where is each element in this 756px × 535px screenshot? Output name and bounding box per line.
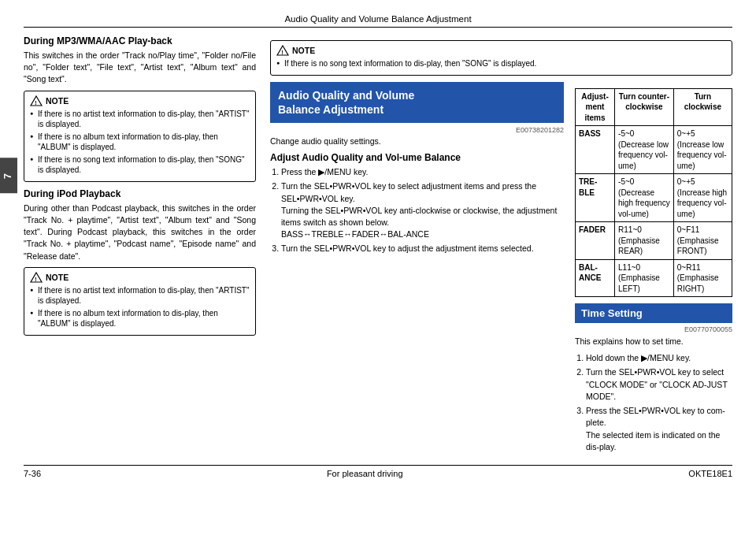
time-step-2: Turn the SEL•PWR•VOL key to select "CLOC… [586, 366, 732, 403]
note-box-2: ! NOTE If there is no artist text inform… [24, 267, 256, 336]
note1-icon: ! [30, 95, 43, 106]
svg-text:!: ! [281, 50, 283, 55]
note1-list: If there is no artist text information t… [30, 109, 250, 176]
note2-item-1: If there is no artist text information t… [30, 285, 250, 307]
page-footer: 7-36 For pleasant driving OKTE18E1 [24, 465, 732, 478]
row-balance-cw: 0~R11 (Emphasise RIGHT) [673, 259, 732, 297]
right-table-area: Adjust-ment items Turn counter-clockwise… [575, 82, 732, 455]
note1-item-1: If there is no artist text information t… [30, 109, 250, 130]
note1-label: NOTE [46, 96, 69, 106]
svg-text:!: ! [35, 99, 36, 105]
chapter-tab: 7 [0, 158, 17, 193]
col-header-cw: Turn clockwise [673, 88, 732, 126]
time-setting-header: Time Setting [575, 303, 732, 323]
col-header-item: Adjust-ment items [576, 88, 615, 126]
row-balance-item: BAL-ANCE [576, 259, 615, 297]
row-fader-cw: 0~F11 (Emphasise FRONT) [673, 222, 732, 260]
page: Audio Quality and Volume Balance Adjustm… [0, 0, 756, 535]
right-code-ref: E00738201282 [270, 126, 564, 134]
svg-text:!: ! [35, 276, 36, 281]
time-setting-intro: This explains how to set time. [575, 336, 732, 347]
right-note-item-1: If there is no song text information to … [276, 58, 726, 69]
right-note-list: If there is no song text information to … [276, 58, 726, 69]
right-intro: Change audio quality settings. [270, 136, 564, 147]
row-treble-item: TRE-BLE [576, 174, 615, 222]
right-note-icon: ! [276, 45, 289, 56]
note2-list: If there is no artist text information t… [30, 285, 250, 329]
time-code-ref: E00770700055 [575, 325, 732, 333]
time-step-3: Press the SEL•PWR•VOL key to com-plete. … [586, 405, 732, 453]
footer-right: OKTE18E1 [688, 469, 732, 478]
page-header: Audio Quality and Volume Balance Adjustm… [24, 14, 732, 28]
left-column: During MP3/WMA/AAC Play-back This switch… [24, 35, 256, 455]
content-area: During MP3/WMA/AAC Play-back This switch… [24, 35, 732, 455]
main-right-content: Audio Quality and Volume Balance Adjustm… [270, 82, 732, 455]
row-bass-item: BASS [576, 126, 615, 174]
right-note-label: NOTE [292, 46, 315, 55]
note2-header: ! NOTE [30, 272, 250, 283]
note2-label: NOTE [46, 273, 69, 282]
note1-header: ! NOTE [30, 95, 250, 106]
step-3: Turn the SEL•PWR•VOL key to adjust the a… [281, 243, 564, 254]
steps-list: Press the ▶/MENU key. Turn the SEL•PWR•V… [270, 166, 564, 255]
row-bass-cw: 0~+5 (Increase low frequency vol-ume) [673, 126, 732, 174]
footer-center: For pleasant driving [327, 469, 403, 478]
step-1: Press the ▶/MENU key. [281, 166, 564, 178]
header-title: Audio Quality and Volume Balance Adjustm… [284, 14, 471, 24]
row-bass-ccw: -5~0 (Decrease low frequency vol-ume) [615, 126, 674, 174]
row-balance-ccw: L11~0 (Emphasise LEFT) [615, 259, 674, 297]
right-text-content: Audio Quality and Volume Balance Adjustm… [270, 82, 564, 455]
step-2: Turn the SEL•PWR•VOL key to select adjus… [281, 180, 564, 240]
adjustment-table: Adjust-ment items Turn counter-clockwise… [575, 88, 732, 298]
note1-item-2: If there is no album text information to… [30, 132, 250, 153]
table-row-balance: BAL-ANCE L11~0 (Emphasise LEFT) 0~R11 (E… [576, 259, 732, 297]
right-note-box: ! NOTE If there is no song text informat… [270, 40, 732, 76]
section2-body: During other than Podcast playback, this… [24, 202, 256, 262]
section2-title: During iPod Playback [24, 188, 256, 199]
right-column: ! NOTE If there is no song text informat… [270, 35, 732, 455]
row-treble-cw: 0~+5 (Increase high frequency vol-ume) [673, 174, 732, 222]
right-note-header: ! NOTE [276, 45, 726, 56]
row-fader-item: FADER [576, 222, 615, 260]
col-header-ccw: Turn counter-clockwise [615, 88, 674, 126]
table-row-bass: BASS -5~0 (Decrease low frequency vol-um… [576, 126, 732, 174]
note1-item-3: If there is no song text information to … [30, 154, 250, 176]
section1-body: This switches in the order "Track no/Pla… [24, 50, 256, 86]
right-blue-header: Audio Quality and Volume Balance Adjustm… [270, 82, 564, 123]
row-treble-ccw: -5~0 (Decrease high frequency vol-ume) [615, 174, 674, 222]
note-box-1: ! NOTE If there is no artist text inform… [24, 91, 256, 182]
section1-title: During MP3/WMA/AAC Play-back [24, 35, 256, 46]
time-steps-list: Hold down the ▶/MENU key. Turn the SEL•P… [575, 352, 732, 453]
row-fader-ccw: R11~0 (Emphasise REAR) [615, 222, 674, 260]
table-row-fader: FADER R11~0 (Emphasise REAR) 0~F11 (Emph… [576, 222, 732, 260]
table-row-treble: TRE-BLE -5~0 (Decrease high frequency vo… [576, 174, 732, 222]
time-step-1: Hold down the ▶/MENU key. [586, 352, 732, 364]
subsection-title: Adjust Audio Quality and Vol-ume Balance [270, 152, 564, 163]
note2-icon: ! [30, 272, 43, 283]
footer-left: 7-36 [24, 469, 41, 478]
note2-item-2: If there is no album text information to… [30, 308, 250, 329]
